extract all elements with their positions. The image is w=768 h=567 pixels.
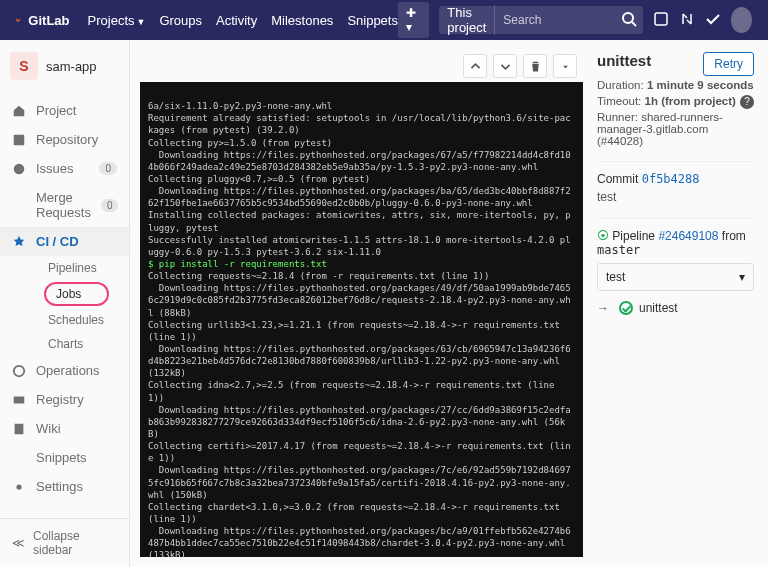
erase-log-button[interactable] xyxy=(523,54,547,78)
download-log-button[interactable] xyxy=(553,54,577,78)
issues-icon[interactable] xyxy=(653,11,669,30)
svg-point-4 xyxy=(14,365,25,376)
search-scope[interactable]: This project xyxy=(439,5,495,35)
arrow-right-icon: → xyxy=(597,301,609,315)
nav-charts[interactable]: Charts xyxy=(36,332,129,356)
nav-projects[interactable]: Projects▼ xyxy=(88,13,146,28)
nav-jobs[interactable]: Jobs xyxy=(44,282,109,306)
gitlab-wordmark[interactable]: GitLab xyxy=(28,13,69,28)
gitlab-logo[interactable] xyxy=(16,8,20,32)
project-avatar: S xyxy=(10,52,38,80)
topbar: GitLab Projects▼ Groups Activity Milesto… xyxy=(0,0,768,40)
svg-point-0 xyxy=(623,13,633,23)
nav-snippets[interactable]: Snippets xyxy=(347,13,398,28)
sidebar: S sam-app Project Repository Issues0 Mer… xyxy=(0,40,130,567)
mr-icon[interactable] xyxy=(679,11,695,30)
nav-repository[interactable]: Repository xyxy=(0,125,129,154)
nav-issues[interactable]: Issues0 xyxy=(0,154,129,183)
nav-operations[interactable]: Operations xyxy=(0,356,129,385)
svg-point-6 xyxy=(16,484,21,489)
project-header[interactable]: S sam-app xyxy=(0,40,129,92)
commit-link[interactable]: 0f5b4288 xyxy=(642,172,700,186)
nav-pipelines[interactable]: Pipelines xyxy=(36,256,129,280)
job-log[interactable]: 6a/six-1.11.0-py2.py3-none-any.whl Requi… xyxy=(140,82,583,557)
help-icon[interactable]: ? xyxy=(740,95,754,109)
svg-rect-1 xyxy=(655,13,667,25)
svg-point-3 xyxy=(14,163,25,174)
nav-project[interactable]: Project xyxy=(0,96,129,125)
search-icon[interactable] xyxy=(615,11,643,30)
collapse-sidebar[interactable]: ≪Collapse sidebar xyxy=(0,518,129,567)
nav-settings[interactable]: Settings xyxy=(0,472,129,501)
search-input[interactable] xyxy=(495,13,615,27)
status-success-icon xyxy=(619,301,633,315)
job-sidebar: Retry unittest Duration: 1 minute 9 seco… xyxy=(583,40,768,567)
nav-schedules[interactable]: Schedules xyxy=(36,308,129,332)
nav-activity[interactable]: Activity xyxy=(216,13,257,28)
pipeline-link[interactable]: #24649108 xyxy=(658,229,718,243)
new-dropdown[interactable]: ✚ ▾ xyxy=(398,2,429,38)
nav-cicd[interactable]: CI / CD xyxy=(0,227,129,256)
nav-snippets-side[interactable]: Snippets xyxy=(0,443,129,472)
stage-dropdown[interactable]: test▾ xyxy=(597,263,754,291)
nav-merge-requests[interactable]: Merge Requests0 xyxy=(0,183,129,227)
retry-button[interactable]: Retry xyxy=(703,52,754,76)
svg-rect-2 xyxy=(14,134,25,145)
scroll-bottom-button[interactable] xyxy=(493,54,517,78)
user-avatar[interactable] xyxy=(731,7,752,33)
job-list-item[interactable]: → unittest xyxy=(597,301,754,315)
commit-message: test xyxy=(597,190,754,204)
todos-icon[interactable] xyxy=(705,11,721,30)
nav-groups[interactable]: Groups xyxy=(159,13,202,28)
search-box: This project xyxy=(439,6,643,34)
scroll-top-button[interactable] xyxy=(463,54,487,78)
svg-rect-5 xyxy=(14,396,25,403)
nav-registry[interactable]: Registry xyxy=(0,385,129,414)
nav-milestones[interactable]: Milestones xyxy=(271,13,333,28)
nav-wiki[interactable]: Wiki xyxy=(0,414,129,443)
